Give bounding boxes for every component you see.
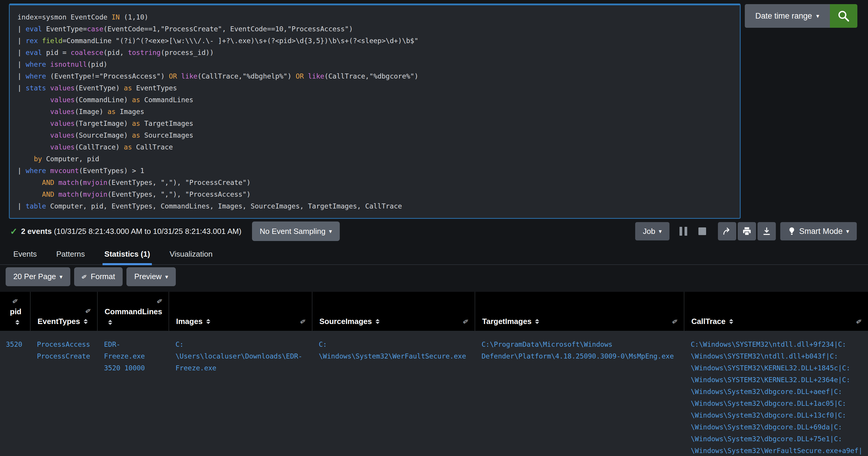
cell-value-line[interactable]: Freeze.exe [104, 350, 164, 362]
splunk-search-page: { "colors": { "page_bg": "#141619", "edi… [0, 0, 868, 456]
caret-down-icon: ▾ [846, 228, 849, 234]
edit-column-icon[interactable]: ✎ [462, 318, 470, 325]
tab-patterns[interactable]: Patterns [56, 243, 86, 265]
cell-value-line[interactable]: \Windows\System32\dbgcore.DLL+aeef|C: [691, 386, 863, 397]
cell-value-line[interactable]: \Windows\SYSTEM32\KERNEL32.DLL+1845c|C: [691, 362, 863, 374]
sort-icon[interactable] [16, 320, 20, 325]
pencil-icon: ✎ [80, 273, 89, 280]
query-line[interactable]: values(CallTrace) as CallTrace [18, 141, 732, 153]
cell-value-line[interactable]: C:\ProgramData\Microsoft\Windows [482, 338, 680, 350]
format-button[interactable]: ✎ Format [74, 267, 123, 286]
success-check-icon: ✓ [10, 226, 18, 236]
cell-value-line[interactable]: ProcessAccess [37, 338, 93, 350]
tab-visualization[interactable]: Visualization [169, 243, 213, 265]
column-header-SourceImages[interactable]: SourceImages✎ [312, 292, 475, 331]
cell-value-line[interactable]: \Users\localuser\Downloads\EDR- [176, 350, 308, 362]
cell-value-line[interactable]: \Windows\SYSTEM32\ntdll.dll+b043f|C: [691, 350, 863, 362]
column-header-pid[interactable]: ✎pid [0, 292, 30, 331]
query-line[interactable]: values(CommandLine) as CommandLines [18, 94, 732, 106]
column-header-EventTypes[interactable]: ✎EventTypes [30, 292, 97, 331]
cell-value-line[interactable]: 3520 [6, 338, 26, 350]
cell-value-line[interactable]: \Windows\System32\WerFaultSecure.exe [319, 350, 470, 362]
sort-icon[interactable] [84, 319, 88, 324]
edit-column-icon[interactable]: ✎ [84, 307, 93, 315]
cell-value-line[interactable]: C: [319, 338, 470, 350]
column-header-TargetImages[interactable]: TargetImages✎ [475, 292, 684, 331]
preview-button[interactable]: Preview ▾ [126, 267, 176, 286]
share-button[interactable] [718, 222, 736, 240]
edit-column-icon[interactable]: ✎ [855, 318, 864, 325]
column-label: Images [176, 317, 203, 326]
event-sampling-button[interactable]: No Event Sampling ▾ [252, 222, 340, 241]
query-line[interactable]: by Computer, pid [18, 153, 732, 165]
preview-label: Preview [134, 272, 161, 281]
edit-column-icon[interactable]: ✎ [299, 318, 308, 325]
edit-column-icon[interactable]: ✎ [671, 318, 680, 325]
cell-value-line[interactable]: \Windows\System32\dbgcore.DLL+75e1|C: [691, 433, 863, 445]
sort-icon[interactable] [206, 319, 210, 324]
query-line[interactable]: | stats values(EventType) as EventTypes [18, 82, 732, 94]
stop-button[interactable] [699, 227, 706, 235]
edit-column-icon[interactable]: ✎ [155, 298, 164, 305]
table-cell-CommandLines[interactable]: EDR-Freeze.exe3520 10000 [97, 331, 169, 456]
cell-value-line[interactable]: 3520 10000 [104, 362, 164, 374]
event-count: 2 events [21, 227, 52, 236]
query-line[interactable]: | eval EventType=case(EventCode==1,"Proc… [18, 23, 732, 35]
query-line[interactable]: AND match(mvjoin(EventTypes, ","), "Proc… [18, 188, 732, 200]
column-label: pid [10, 307, 22, 316]
cell-value-line[interactable]: \Windows\System32\dbgcore.DLL+69da|C: [691, 421, 863, 433]
query-line[interactable]: | table Computer, pid, EventTypes, Comma… [18, 200, 732, 212]
query-line[interactable]: | eval pid = coalesce(pid, tostring(proc… [18, 47, 732, 59]
column-header-Images[interactable]: Images✎ [169, 292, 312, 331]
print-button[interactable] [738, 222, 756, 240]
column-label: TargetImages [482, 317, 531, 326]
pause-button[interactable] [680, 227, 687, 236]
edit-column-icon[interactable]: ✎ [11, 298, 20, 305]
query-line[interactable]: index=sysmon EventCode IN (1,10) [18, 11, 732, 23]
cell-value-line[interactable]: Defender\Platform\4.18.25090.3009-0\MsMp… [482, 350, 680, 362]
search-button[interactable] [830, 4, 857, 28]
sort-icon[interactable] [108, 320, 112, 325]
column-header-CommandLines[interactable]: ✎CommandLines [97, 292, 169, 331]
cell-value-line[interactable]: C: [176, 338, 308, 350]
column-header-CallTrace[interactable]: CallTrace✎ [684, 292, 868, 331]
column-label: CallTrace [691, 317, 725, 326]
smart-mode-button[interactable]: Smart Mode ▾ [780, 222, 857, 240]
table-cell-EventTypes[interactable]: ProcessAccessProcessCreate [30, 331, 97, 456]
cell-value-line[interactable]: \Windows\System32\WerFaultSecure.exe+a9e… [691, 445, 863, 456]
export-button[interactable] [757, 222, 776, 240]
query-line[interactable]: | where (EventType!="ProcessAccess") OR … [18, 70, 732, 82]
cell-value-line[interactable]: ProcessCreate [37, 350, 93, 362]
query-line[interactable]: values(TargetImage) as TargetImages [18, 118, 732, 129]
sort-icon[interactable] [535, 319, 539, 324]
cell-value-line[interactable]: C:\Windows\SYSTEM32\ntdll.dll+9f234|C: [691, 338, 863, 350]
table-cell-SourceImages[interactable]: C:\Windows\System32\WerFaultSecure.exe [312, 331, 475, 456]
job-button[interactable]: Job ▾ [635, 222, 670, 240]
tab-events[interactable]: Events [13, 243, 37, 265]
table-cell-CallTrace[interactable]: C:\Windows\SYSTEM32\ntdll.dll+9f234|C:\W… [684, 331, 868, 456]
per-page-button[interactable]: 20 Per Page ▾ [6, 267, 70, 286]
query-line[interactable]: AND match(mvjoin(EventTypes, ","), "Proc… [18, 176, 732, 188]
query-line[interactable]: | where isnotnull(pid) [18, 59, 732, 70]
search-bar: index=sysmon EventCode IN (1,10)| eval E… [0, 0, 868, 219]
query-line[interactable]: values(SourceImage) as SourceImages [18, 129, 732, 141]
query-line[interactable]: values(Image) as Images [18, 106, 732, 118]
print-icon [742, 226, 752, 236]
time-range-button[interactable]: Date time range ▾ [745, 4, 830, 28]
lightbulb-icon [788, 227, 796, 236]
cell-value-line[interactable]: \Windows\System32\dbgcore.DLL+13cf0|C: [691, 409, 863, 421]
query-line[interactable]: | where mvcount(EventTypes) > 1 [18, 165, 732, 176]
query-editor[interactable]: index=sysmon EventCode IN (1,10)| eval E… [9, 4, 741, 219]
table-cell-pid[interactable]: 3520 [0, 331, 30, 456]
cell-value-line[interactable]: Freeze.exe [176, 362, 308, 374]
cell-value-line[interactable]: \Windows\SYSTEM32\KERNEL32.DLL+2364e|C: [691, 374, 863, 386]
tab-statistics[interactable]: Statistics (1) [104, 243, 151, 265]
sort-icon[interactable] [729, 319, 733, 324]
table-cell-TargetImages[interactable]: C:\ProgramData\Microsoft\WindowsDefender… [475, 331, 684, 456]
cell-value-line[interactable]: \Windows\System32\dbgcore.DLL+1ac05|C: [691, 397, 863, 409]
table-cell-Images[interactable]: C:\Users\localuser\Downloads\EDR-Freeze.… [169, 331, 312, 456]
query-line[interactable]: | rex field=CommandLine "(?i)^(?<exe>[\w… [18, 35, 732, 47]
sort-icon[interactable] [375, 319, 380, 324]
time-range-label: Date time range [755, 11, 812, 21]
cell-value-line[interactable]: EDR- [104, 338, 164, 350]
